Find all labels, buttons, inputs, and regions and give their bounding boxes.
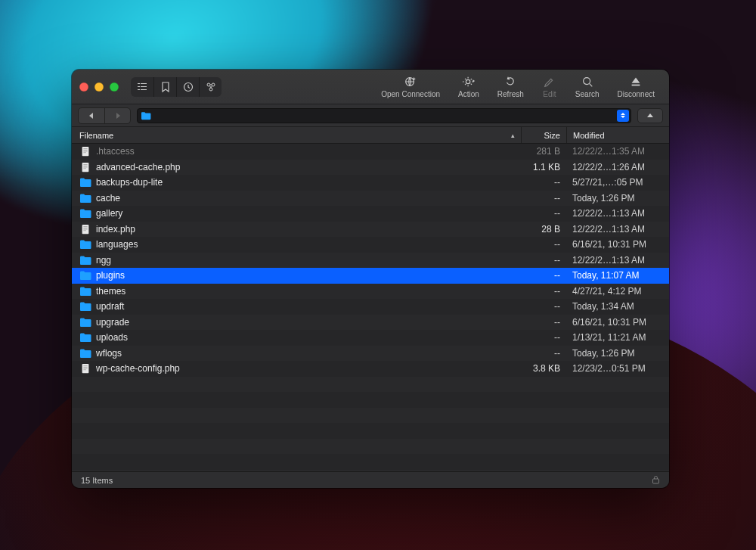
file-name: uploads bbox=[96, 332, 521, 343]
path-stepper-icon bbox=[617, 110, 629, 122]
nav-up-button[interactable] bbox=[637, 108, 663, 123]
file-name: index.php bbox=[96, 224, 521, 235]
empty-row bbox=[72, 408, 669, 424]
empty-row bbox=[72, 454, 669, 470]
sort-ascending-icon: ▴ bbox=[511, 132, 515, 139]
file-name: upgrade bbox=[96, 317, 521, 328]
file-size: 1.1 KB bbox=[521, 162, 566, 172]
svg-rect-7 bbox=[632, 85, 640, 86]
bookmarks-view-button[interactable] bbox=[153, 77, 176, 97]
svg-point-5 bbox=[466, 79, 469, 83]
outline-view-button[interactable] bbox=[131, 77, 153, 97]
refresh-button[interactable]: Refresh bbox=[491, 75, 531, 98]
file-name: .htaccess bbox=[96, 146, 521, 157]
column-size-label: Size bbox=[544, 131, 560, 140]
file-row[interactable]: plugins--Today, 11:07 AM bbox=[72, 268, 669, 284]
file-name: advanced-cache.php bbox=[96, 162, 521, 172]
file-name: themes bbox=[96, 286, 521, 297]
file-size: -- bbox=[521, 193, 566, 204]
file-size: -- bbox=[521, 301, 566, 312]
file-size: 281 B bbox=[521, 146, 566, 157]
file-modified: 12/22/2…1:26 AM bbox=[566, 162, 669, 172]
file-size: -- bbox=[521, 286, 566, 297]
search-label: Search bbox=[575, 90, 600, 98]
column-modified[interactable]: Modified bbox=[566, 127, 669, 143]
file-row[interactable]: cache--Today, 1:26 PM bbox=[72, 191, 669, 207]
lock-icon bbox=[652, 475, 660, 486]
status-item-count: 15 Items bbox=[81, 476, 113, 485]
file-name: backups-dup-lite bbox=[96, 177, 521, 188]
empty-row bbox=[72, 377, 669, 393]
disconnect-button[interactable]: Disconnect bbox=[611, 75, 662, 98]
search-button[interactable]: Search bbox=[569, 75, 606, 98]
titlebar: Open Connection Action Refresh Edit Sear… bbox=[72, 70, 669, 104]
folder-icon bbox=[141, 111, 151, 120]
file-row[interactable]: ngg--12/22/2…1:13 AM bbox=[72, 253, 669, 269]
file-row[interactable]: .htaccess281 B12/22/2…1:35 AM bbox=[72, 144, 669, 160]
file-name: ngg bbox=[96, 255, 521, 266]
view-mode-segment bbox=[131, 77, 222, 97]
empty-row bbox=[72, 392, 669, 408]
zoom-window-button[interactable] bbox=[110, 82, 119, 92]
file-name: wp-cache-config.php bbox=[96, 363, 521, 374]
file-name: wflogs bbox=[96, 348, 521, 359]
file-modified: 12/22/2…1:13 AM bbox=[566, 208, 669, 219]
file-size: -- bbox=[521, 317, 566, 328]
disconnect-label: Disconnect bbox=[618, 90, 655, 98]
file-size: -- bbox=[521, 348, 566, 359]
file-modified: 1/13/21, 11:21 AM bbox=[566, 332, 669, 343]
refresh-label: Refresh bbox=[497, 90, 524, 98]
file-modified: 5/27/21,…:05 PM bbox=[566, 177, 669, 188]
file-row[interactable]: uploads--1/13/21, 11:21 AM bbox=[72, 330, 669, 346]
file-modified: 12/22/2…1:13 AM bbox=[566, 255, 669, 266]
file-modified: Today, 11:07 AM bbox=[566, 270, 669, 281]
file-row[interactable]: gallery--12/22/2…1:13 AM bbox=[72, 206, 669, 222]
file-row[interactable]: wp-cache-config.php3.8 KB12/23/2…0:51 PM bbox=[72, 361, 669, 377]
search-icon bbox=[580, 75, 595, 89]
column-headers: Filename ▴ Size Modified bbox=[72, 127, 669, 144]
file-row[interactable]: upgrade--6/16/21, 10:31 PM bbox=[72, 315, 669, 331]
minimize-window-button[interactable] bbox=[94, 82, 104, 92]
file-modified: Today, 1:26 PM bbox=[566, 193, 669, 204]
path-dropdown[interactable] bbox=[137, 108, 631, 123]
file-row[interactable]: backups-dup-lite--5/27/21,…:05 PM bbox=[72, 175, 669, 191]
eject-icon bbox=[628, 75, 643, 89]
file-modified: 6/16/21, 10:31 PM bbox=[566, 239, 669, 250]
status-bar: 15 Items bbox=[72, 471, 669, 488]
file-row[interactable]: languages--6/16/21, 10:31 PM bbox=[72, 237, 669, 253]
file-name: plugins bbox=[96, 270, 521, 281]
file-row[interactable]: advanced-cache.php1.1 KB12/22/2…1:26 AM bbox=[72, 160, 669, 176]
file-row[interactable]: index.php28 B12/22/2…1:13 AM bbox=[72, 222, 669, 238]
open-connection-label: Open Connection bbox=[381, 90, 440, 98]
file-list[interactable]: .htaccess281 B12/22/2…1:35 AMadvanced-ca… bbox=[72, 144, 669, 471]
file-name: updraft bbox=[96, 301, 521, 312]
action-button[interactable]: Action bbox=[451, 75, 486, 98]
pencil-icon bbox=[542, 75, 557, 89]
nav-forward-button[interactable] bbox=[104, 108, 130, 123]
file-modified: 12/22/2…1:35 AM bbox=[566, 146, 669, 157]
file-name: gallery bbox=[96, 208, 521, 219]
column-modified-label: Modified bbox=[573, 131, 605, 140]
history-view-button[interactable] bbox=[176, 77, 199, 97]
close-window-button[interactable] bbox=[79, 82, 88, 92]
bonjour-view-button[interactable] bbox=[199, 77, 222, 97]
column-filename[interactable]: Filename ▴ bbox=[79, 131, 521, 140]
file-size: -- bbox=[521, 332, 566, 343]
nav-back-button[interactable] bbox=[79, 108, 104, 123]
open-connection-button[interactable]: Open Connection bbox=[374, 75, 447, 98]
empty-row bbox=[72, 439, 669, 455]
window-controls bbox=[79, 82, 119, 92]
file-modified: 12/22/2…1:13 AM bbox=[566, 224, 669, 235]
file-row[interactable]: updraft--Today, 1:34 AM bbox=[72, 299, 669, 315]
column-size[interactable]: Size bbox=[521, 127, 566, 143]
edit-button[interactable]: Edit bbox=[535, 75, 564, 98]
svg-rect-28 bbox=[653, 479, 659, 483]
file-modified: 4/27/21, 4:12 PM bbox=[566, 286, 669, 297]
file-row[interactable]: wflogs--Today, 1:26 PM bbox=[72, 346, 669, 362]
file-modified: 6/16/21, 10:31 PM bbox=[566, 317, 669, 328]
edit-label: Edit bbox=[543, 90, 556, 98]
file-row[interactable]: themes--4/27/21, 4:12 PM bbox=[72, 284, 669, 300]
file-size: -- bbox=[521, 239, 566, 250]
globe-plus-icon bbox=[403, 75, 418, 89]
app-window: Open Connection Action Refresh Edit Sear… bbox=[72, 70, 669, 488]
